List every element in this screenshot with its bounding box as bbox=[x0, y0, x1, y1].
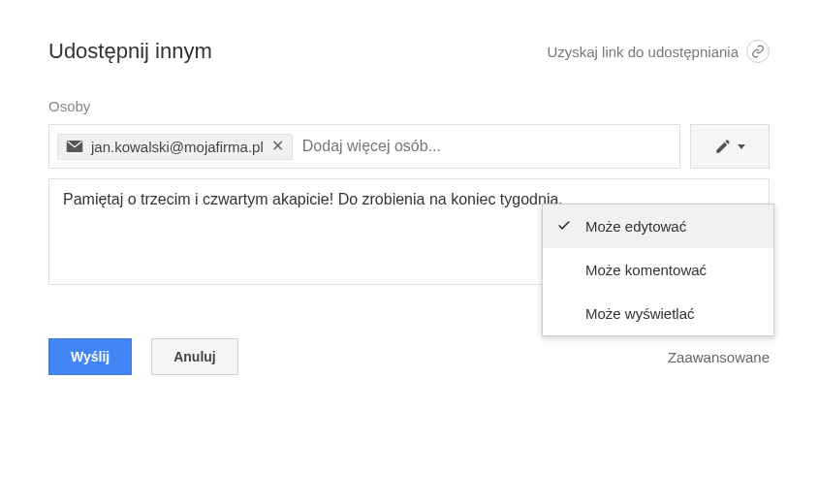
permission-dropdown-menu: Może edytować Może komentować Może wyświ… bbox=[542, 204, 774, 336]
chip-remove-icon[interactable]: ✕ bbox=[271, 139, 284, 154]
dropdown-item-edit[interactable]: Może edytować bbox=[543, 205, 773, 248]
check-icon bbox=[556, 217, 572, 236]
dropdown-item-label: Może edytować bbox=[585, 218, 686, 235]
dropdown-item-comment[interactable]: Może komentować bbox=[543, 248, 773, 292]
send-button[interactable]: Wyślij bbox=[48, 338, 132, 375]
dropdown-item-label: Może wyświetlać bbox=[585, 305, 695, 322]
email-chip: jan.kowalski@mojafirma.pl ✕ bbox=[57, 134, 293, 160]
link-icon bbox=[746, 40, 770, 63]
share-link-label: Uzyskaj link do udostępniania bbox=[547, 44, 739, 60]
chip-email-text: jan.kowalski@mojafirma.pl bbox=[91, 139, 264, 155]
pencil-icon bbox=[714, 138, 732, 155]
dropdown-item-label: Może komentować bbox=[585, 262, 707, 278]
get-share-link[interactable]: Uzyskaj link do udostępniania bbox=[547, 40, 770, 63]
caret-down-icon bbox=[738, 144, 745, 149]
dropdown-item-view[interactable]: Może wyświetlać bbox=[543, 292, 773, 335]
people-label: Osoby bbox=[48, 98, 770, 114]
cancel-button[interactable]: Anuluj bbox=[151, 338, 238, 375]
advanced-link[interactable]: Zaawansowane bbox=[668, 349, 770, 365]
people-input-container[interactable]: jan.kowalski@mojafirma.pl ✕ bbox=[48, 124, 680, 169]
message-text: Pamiętaj o trzecim i czwartym akapicie! … bbox=[63, 191, 563, 207]
add-people-input[interactable] bbox=[302, 138, 672, 155]
permission-dropdown-button[interactable] bbox=[690, 124, 770, 169]
mail-icon bbox=[66, 140, 83, 153]
dialog-title: Udostępnij innym bbox=[48, 39, 212, 64]
